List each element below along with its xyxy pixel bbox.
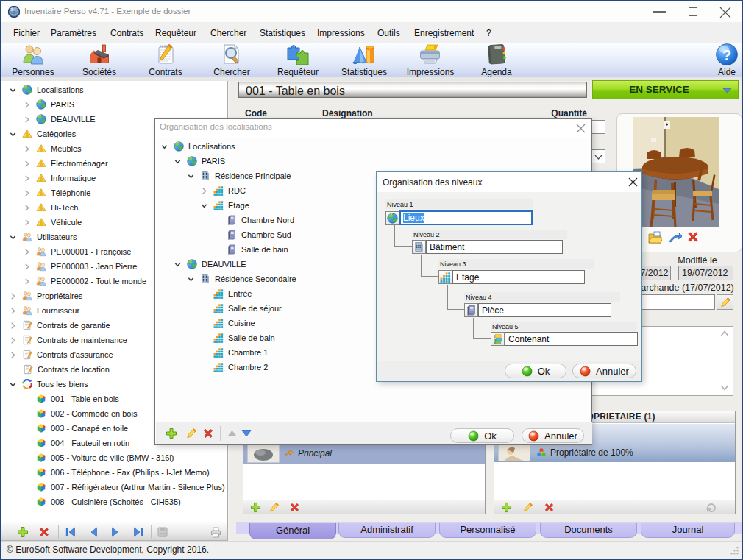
svg-text:?: ? <box>722 47 731 63</box>
